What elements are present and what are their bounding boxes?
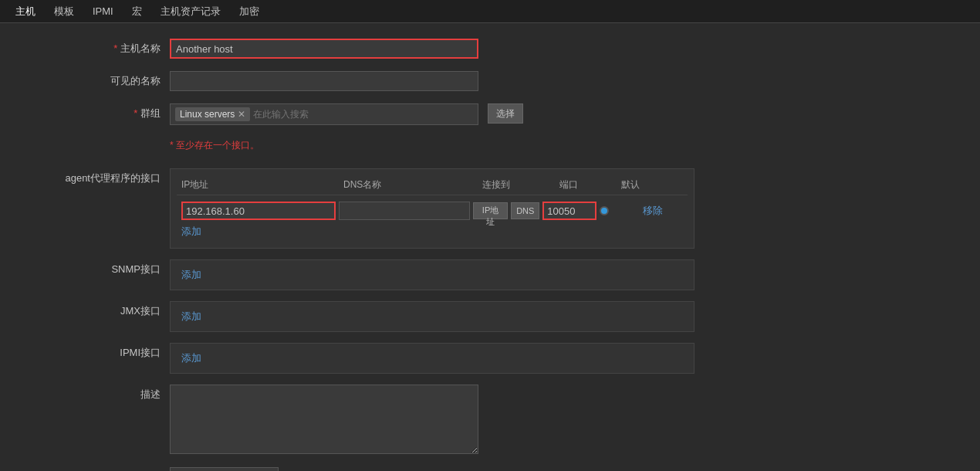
agent-interface-row: agent代理程序的接口 IP地址 DNS名称 连接到 端口 默认 IP地址 D… — [31, 168, 949, 249]
agent-add-label[interactable]: 添加 — [177, 222, 206, 242]
visible-name-input[interactable] — [170, 71, 478, 91]
desc-label: 描述 — [31, 385, 170, 402]
remove-interface-link[interactable]: 移除 — [643, 205, 663, 216]
jmx-add-link[interactable]: 添加 — [177, 307, 206, 327]
port-cell — [542, 202, 596, 220]
agent-interface-section: IP地址 DNS名称 连接到 端口 默认 IP地址 DNS — [170, 168, 694, 249]
groups-label: 群组 — [31, 103, 170, 120]
hostname-label: 主机名称 — [31, 39, 170, 56]
monitored-select[interactable]: (无agent代理程序) — [170, 467, 279, 471]
col-dns-label: DNS名称 — [343, 178, 482, 191]
jmx-section: 添加 — [170, 301, 694, 332]
desc-textarea[interactable] — [170, 385, 478, 454]
groups-tag-container[interactable]: Linux servers ✕ — [170, 103, 478, 125]
snmp-label: SNMP接口 — [31, 259, 170, 276]
groups-tag: Linux servers ✕ — [175, 107, 250, 121]
col-port-label: 端口 — [559, 178, 621, 191]
error-spacer — [31, 136, 170, 139]
visible-name-field — [170, 71, 694, 91]
hostname-input[interactable] — [170, 39, 478, 59]
ipmi-add-link[interactable]: 添加 — [177, 348, 206, 368]
interface-table-header: IP地址 DNS名称 连接到 端口 默认 — [177, 175, 688, 195]
snmp-add-link[interactable]: 添加 — [177, 265, 206, 285]
monitored-field: (无agent代理程序) — [170, 467, 694, 471]
hostname-field — [170, 39, 694, 59]
nav-item-templates[interactable]: 模板 — [45, 0, 83, 22]
groups-tag-label: Linux servers — [180, 109, 235, 120]
main-content: 主机名称 可见的名称 群组 Linux servers ✕ 选择 * 至少存在一… — [0, 23, 980, 471]
nav-item-hosts[interactable]: 主机 — [6, 0, 45, 22]
default-cell — [600, 206, 640, 215]
port-input[interactable] — [542, 202, 596, 220]
agent-add-link[interactable]: 添加 — [177, 222, 688, 242]
connect-cell: IP地址 DNS — [473, 202, 539, 219]
desc-row: 描述 — [31, 385, 949, 456]
error-row: * 至少存在一个接口。 — [31, 136, 949, 158]
visible-name-row: 可见的名称 — [31, 71, 949, 93]
monitored-row: 由agent代理程序监测 (无agent代理程序) — [31, 467, 949, 471]
interface-data-row: IP地址 DNS 移除 — [177, 200, 688, 222]
ipmi-row: IPMI接口 添加 — [31, 343, 949, 374]
groups-row: 群组 Linux servers ✕ 选择 — [31, 103, 949, 125]
col-connect-label: 连接到 — [482, 178, 559, 191]
snmp-row: SNMP接口 添加 — [31, 259, 949, 290]
desc-field — [170, 385, 694, 456]
col-ip-label: IP地址 — [181, 178, 343, 191]
top-nav: 主机 模板 IPMI 宏 主机资产记录 加密 — [0, 0, 980, 23]
nav-item-asset[interactable]: 主机资产记录 — [151, 0, 230, 22]
groups-select-button[interactable]: 选择 — [488, 103, 523, 124]
dns-input[interactable] — [339, 202, 470, 220]
default-radio[interactable] — [600, 206, 609, 215]
ipmi-label: IPMI接口 — [31, 343, 170, 360]
ip-input[interactable] — [181, 202, 336, 220]
jmx-row: JMX接口 添加 — [31, 301, 949, 332]
agent-interface-label: agent代理程序的接口 — [31, 168, 170, 185]
ipmi-section: 添加 — [170, 343, 694, 374]
groups-field: Linux servers ✕ 选择 — [170, 103, 694, 125]
nav-item-macros[interactable]: 宏 — [123, 0, 151, 22]
groups-tag-remove[interactable]: ✕ — [238, 109, 245, 120]
hostname-row: 主机名称 — [31, 39, 949, 60]
connect-dns-button[interactable]: DNS — [511, 202, 539, 219]
monitored-label: 由agent代理程序监测 — [31, 467, 170, 471]
nav-item-encryption[interactable]: 加密 — [230, 0, 269, 22]
visible-name-label: 可见的名称 — [31, 71, 170, 88]
connect-ip-button[interactable]: IP地址 — [473, 202, 508, 219]
action-cell: 移除 — [643, 204, 683, 218]
nav-item-ipmi[interactable]: IPMI — [83, 0, 123, 22]
col-default-label: 默认 — [621, 178, 667, 191]
snmp-section: 添加 — [170, 259, 694, 290]
groups-search-input[interactable] — [253, 109, 473, 120]
jmx-label: JMX接口 — [31, 301, 170, 318]
ip-cell — [181, 202, 336, 220]
interface-error-msg: * 至少存在一个接口。 — [170, 139, 259, 152]
dns-cell — [339, 202, 470, 220]
